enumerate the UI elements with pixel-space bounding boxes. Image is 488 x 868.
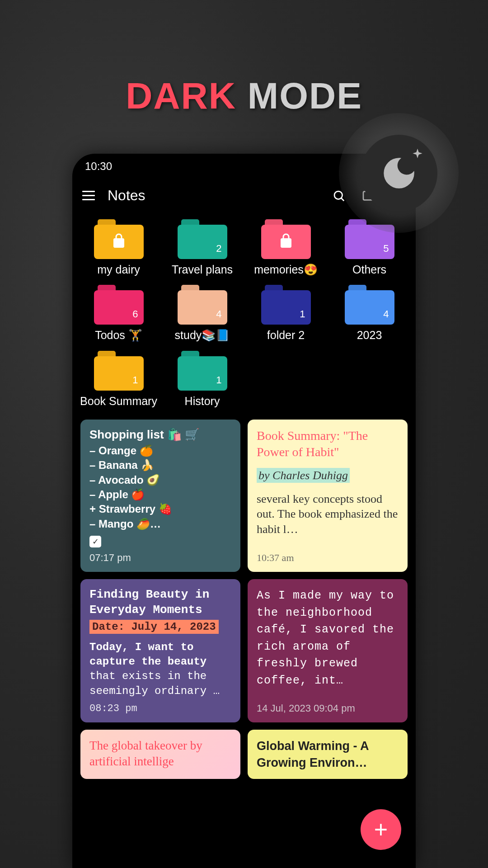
folder-item[interactable]: my dairy <box>77 219 160 277</box>
note-body: several key concepts stood out. The book… <box>257 491 399 537</box>
note-card-book[interactable]: Book Summary: "The Power of Habit" by Ch… <box>248 420 408 572</box>
folder-item[interactable]: memories😍 <box>244 219 328 277</box>
folder-count: 2 <box>216 243 221 255</box>
folder-item[interactable]: 1 Book Summary <box>77 351 160 408</box>
shopping-item: – Mango 🥭… <box>89 517 231 531</box>
folder-item[interactable]: 4 2023 <box>328 285 411 342</box>
svg-line-1 <box>341 198 344 201</box>
folder-icon: 1 <box>261 285 311 325</box>
note-title: Finding Beauty in Everyday Moments <box>89 587 231 618</box>
note-timestamp: 10:37 am <box>257 547 399 564</box>
folder-item[interactable]: 6 Todos 🏋️ <box>77 285 160 342</box>
folder-item[interactable]: 2 Travel plans <box>160 219 244 277</box>
headline-dark: DARK <box>126 75 236 116</box>
folder-count: 1 <box>300 308 305 320</box>
folder-count: 6 <box>132 308 138 320</box>
note-card-warming[interactable]: Global Warming - A Growing Environ… <box>248 730 408 779</box>
folder-label: study📚📘 <box>175 328 230 342</box>
shopping-item: – Banana 🍌 <box>89 458 231 472</box>
note-body: As I made my way to the neighborhood caf… <box>257 587 399 689</box>
folder-count: 4 <box>216 308 221 320</box>
note-date: Date: July 14, 2023 <box>89 620 219 634</box>
folder-item[interactable]: 4 study📚📘 <box>160 285 244 342</box>
note-title: The global takeover by artificial intell… <box>89 738 231 769</box>
folder-count: 5 <box>383 243 389 255</box>
folder-icon: 4 <box>345 285 394 325</box>
shopping-item: + Strawberry 🍓 <box>89 502 231 516</box>
note-card-cafe[interactable]: As I made my way to the neighborhood caf… <box>248 579 408 722</box>
folder-label: Travel plans <box>172 263 233 277</box>
note-timestamp: 08:23 pm <box>89 698 231 714</box>
folder-count: 1 <box>132 374 138 386</box>
folder-label: memories😍 <box>254 263 318 277</box>
folder-count: 4 <box>383 308 389 320</box>
folder-label: folder 2 <box>267 328 305 342</box>
note-timestamp: 14 Jul, 2023 09:04 pm <box>257 698 399 714</box>
checkbox-icon: ✓ <box>89 536 101 547</box>
folders-grid: my dairy 2 Travel plans memories😍 5 Othe… <box>72 212 416 420</box>
sparkle-icon <box>410 147 425 162</box>
menu-button[interactable] <box>78 185 99 207</box>
folder-icon <box>261 219 311 259</box>
status-time: 10:30 <box>85 160 112 173</box>
new-note-fab[interactable]: + <box>361 809 401 850</box>
phone-mockup: 10:30 Notes + my dairy <box>72 154 416 868</box>
folder-item[interactable]: 1 folder 2 <box>244 285 328 342</box>
note-title: Book Summary: "The Power of Habit" <box>257 428 399 461</box>
hamburger-icon <box>82 191 95 200</box>
note-title: Shopping list 🛍️ 🛒 <box>89 428 231 442</box>
folder-icon <box>94 219 144 259</box>
plus-icon: + <box>374 818 388 841</box>
folder-count: 1 <box>216 374 221 386</box>
page-title: Notes <box>108 187 321 204</box>
folder-label: Todos 🏋️ <box>95 328 142 342</box>
note-body-bold: Today, I want to capture the beauty <box>89 640 231 670</box>
folder-icon: 4 <box>178 285 227 325</box>
folder-icon: 6 <box>94 285 144 325</box>
note-card-ai[interactable]: The global takeover by artificial intell… <box>80 730 240 779</box>
shopping-item: – Apple 🍎 <box>89 487 231 502</box>
note-title: Global Warming - A Growing Environ… <box>257 738 399 771</box>
folder-label: Others <box>352 263 386 277</box>
note-author: by Charles Duhigg <box>257 468 350 483</box>
promo-headline: DARK MODE <box>0 75 488 117</box>
note-card-beauty[interactable]: Finding Beauty in Everyday Moments Date:… <box>80 579 240 722</box>
folder-label: Book Summary <box>80 394 157 408</box>
folder-label: my dairy <box>97 263 140 277</box>
notes-grid: Shopping list 🛍️ 🛒 – Orange 🍊– Banana 🍌–… <box>72 420 416 779</box>
note-card-shopping[interactable]: Shopping list 🛍️ 🛒 – Orange 🍊– Banana 🍌–… <box>80 420 240 572</box>
folder-item[interactable]: 1 History <box>160 351 244 408</box>
shopping-item: – Avocado 🥑 <box>89 473 231 487</box>
folder-label: 2023 <box>357 328 382 342</box>
shopping-item: – Orange 🍊 <box>89 443 231 458</box>
folder-label: History <box>185 394 220 408</box>
note-body: that exists in the seemingly ordinary … <box>89 669 231 698</box>
folder-icon: 1 <box>178 351 227 391</box>
folder-icon: 1 <box>94 351 144 391</box>
folder-icon: 2 <box>178 219 227 259</box>
svg-point-0 <box>334 191 343 199</box>
dark-mode-badge <box>339 113 459 233</box>
note-timestamp: 07:17 pm <box>89 547 231 564</box>
headline-mode: MODE <box>248 75 362 116</box>
